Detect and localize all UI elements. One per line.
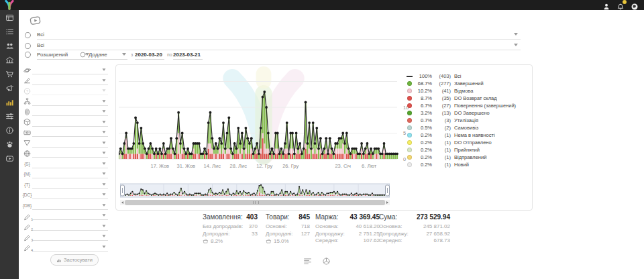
filter-select-utm-dc[interactable] [32, 190, 108, 199]
legend-dot-swatch [407, 81, 412, 86]
date-to-input[interactable]: 2023-03-21 [173, 50, 203, 60]
legend-item[interactable]: 6.7%(27)Повернення (завершений) [407, 102, 529, 109]
video-hint-icon[interactable] [28, 13, 44, 27]
filter-select-signature[interactable] [32, 76, 108, 85]
profile-icon[interactable] [602, 1, 610, 9]
stat-subrow: Середня:678.73 [379, 237, 450, 245]
filter-select-utm-db[interactable] [32, 201, 108, 210]
legend-pct: 68.7% [415, 80, 432, 87]
legend-dot-swatch [407, 140, 412, 145]
legend-item[interactable]: 100%(403)Всі [407, 72, 529, 80]
legend-item[interactable]: 8.7%(35)DO Возврат склад [407, 95, 529, 102]
filter-row-help: ? [22, 86, 108, 97]
rail-item-support[interactable] [0, 137, 19, 151]
rail-item-analytics[interactable] [0, 95, 19, 109]
scroll-right-button[interactable] [385, 200, 390, 205]
search-icon[interactable] [23, 50, 32, 59]
stat-title: Маржа:43 369.45 [315, 213, 380, 221]
stat-subrow: Основна:40 618.20 [315, 223, 380, 231]
orders-chart-card: 17. Жов31. Жов14. Лис28. Лис12. Гру26. Г… [115, 64, 533, 211]
filter-select-utm-m[interactable] [32, 170, 108, 178]
svg-text:26. Гру: 26. Гру [282, 163, 299, 169]
scroll-left-button[interactable] [120, 200, 125, 205]
rail-item-tutorials[interactable] [0, 151, 19, 165]
filter-select-globe[interactable] [32, 149, 108, 158]
legend-label: DO Возврат склад [454, 95, 497, 101]
pie-view-icon[interactable] [322, 256, 331, 265]
legend-pct: 0.2% [415, 154, 432, 160]
legend-item[interactable]: 0.2%(1)Прийнятий [407, 146, 529, 154]
rail-item-marketing[interactable] [0, 80, 19, 95]
svg-text:28. Лис: 28. Лис [230, 163, 248, 169]
package-icon [22, 118, 32, 126]
filter-select-hierarchy[interactable] [32, 97, 108, 106]
scrollbar-thumb[interactable] [125, 200, 385, 205]
rail-item-info[interactable] [0, 123, 19, 137]
filter-select-package[interactable] [32, 118, 108, 127]
filter-select-utm-s[interactable] [32, 160, 108, 168]
chart-range-navigator[interactable] [120, 183, 390, 198]
legend-item[interactable]: 0.2%(1)Відправлений [407, 154, 529, 161]
legend-label: Утилізація [454, 117, 478, 123]
avatar-icon[interactable] [631, 1, 639, 9]
legend-item[interactable]: 68.7%(277)Завершений [407, 80, 529, 87]
rail-item-dashboard[interactable] [0, 10, 19, 24]
legend-item[interactable]: 0.2%(1)Новий [407, 161, 529, 168]
date-to-label: по [167, 52, 172, 57]
filter-select-badge[interactable] [32, 107, 108, 116]
legend-item[interactable]: 10.2%(41)Відмова [407, 87, 529, 95]
help-icon: ? [22, 87, 32, 95]
legend-item[interactable]: 0.7%(3)Утилізація [407, 117, 529, 124]
date-field-value: Додане [89, 52, 107, 58]
stat-subrow: Допродажу:2 751.25 [315, 231, 380, 238]
rail-item-settings[interactable] [0, 109, 19, 123]
planet-icon [22, 66, 32, 74]
legend-dot-swatch [407, 133, 412, 137]
rail-item-sales[interactable] [0, 66, 19, 80]
chevron-down-icon [102, 131, 105, 133]
legend-dot-swatch [407, 118, 412, 123]
filter-row-signature [22, 76, 108, 87]
svg-text:6. Лют: 6. Лют [362, 163, 377, 169]
store-icon [5, 55, 14, 64]
legend-label: Самовивіз [454, 125, 478, 131]
summary-stats: Замовлення:403Без допродажів:370Допродан… [19, 213, 644, 260]
legend-item[interactable]: 0.2%(1)DO Отправлено [407, 139, 529, 146]
orders-status-chart[interactable]: 17. Жов31. Жов14. Лис28. Лис12. Гру26. Г… [119, 72, 414, 172]
svg-text:17. Жов: 17. Жов [151, 163, 170, 169]
filter-select-utm-t[interactable] [32, 180, 108, 189]
date-field-select[interactable]: Додане [79, 50, 127, 60]
status-filter[interactable]: Всі [37, 30, 521, 40]
brace-DC-icon: {DC} [22, 191, 32, 199]
date-from-input[interactable]: 2020-03-20 [135, 50, 164, 60]
legend-count: (2) [432, 125, 451, 131]
legend-item[interactable]: 0.5%(2)Самовивіз [407, 124, 529, 131]
notifications-icon[interactable] [616, 1, 625, 9]
legend-item[interactable]: 3.2%(13)DO Завершено [407, 109, 529, 117]
stat-subrow: Допродані:127 [266, 231, 310, 238]
svg-text:0: 0 [403, 156, 406, 162]
content: Всі Всі Розширений Додане з 2020-03-20 п… [19, 10, 644, 279]
legend-item[interactable]: 0.2%(1)Нема в наявності [407, 131, 529, 139]
dashboard-icon [5, 13, 14, 21]
legend-pct: 0.2% [415, 132, 432, 138]
rail-item-clients[interactable] [0, 38, 19, 52]
orders-icon [5, 27, 14, 36]
legend-count: (403) [432, 73, 451, 79]
date-from-label: з [131, 52, 133, 57]
filter-select-money[interactable] [32, 128, 108, 137]
filter-select-planet[interactable] [32, 66, 108, 74]
legend-pct: 0.2% [415, 140, 432, 146]
product-filter[interactable]: Всі [37, 40, 521, 50]
brand-logo-icon[interactable] [3, 0, 16, 10]
list-view-icon[interactable] [303, 256, 312, 265]
brace-M-icon: {M} [22, 170, 32, 178]
filter-select-help[interactable] [32, 87, 108, 95]
chevron-down-icon [102, 152, 105, 154]
rail-item-orders[interactable] [0, 24, 19, 38]
brace-S-icon: {S} [22, 160, 32, 168]
filter-select-funnel[interactable] [32, 139, 108, 148]
paw-icon [5, 140, 14, 148]
legend-pct: 6.7% [415, 103, 432, 109]
rail-item-store[interactable] [0, 52, 19, 66]
